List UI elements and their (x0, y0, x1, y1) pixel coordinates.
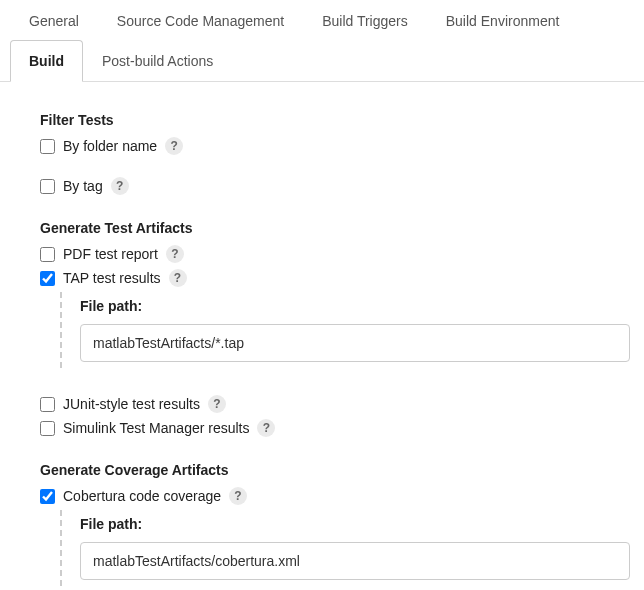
cobertura-file-path-label: File path: (80, 516, 634, 532)
junit-results-checkbox[interactable] (40, 397, 55, 412)
by-tag-checkbox[interactable] (40, 179, 55, 194)
filter-tests-heading: Filter Tests (40, 112, 634, 128)
generate-coverage-artifacts-heading: Generate Coverage Artifacts (40, 462, 634, 478)
pdf-report-label[interactable]: PDF test report (63, 246, 158, 262)
help-icon[interactable]: ? (166, 245, 184, 263)
cobertura-code-checkbox[interactable] (40, 489, 55, 504)
simulink-results-row: Simulink Test Manager results ? (40, 416, 634, 440)
tab-scm[interactable]: Source Code Management (98, 0, 303, 41)
help-icon[interactable]: ? (111, 177, 129, 195)
generate-test-artifacts-heading: Generate Test Artifacts (40, 220, 634, 236)
tab-triggers[interactable]: Build Triggers (303, 0, 427, 41)
tap-file-path-input[interactable] (80, 324, 630, 362)
cobertura-file-path-group: File path: (60, 510, 634, 586)
help-icon[interactable]: ? (229, 487, 247, 505)
simulink-results-checkbox[interactable] (40, 421, 55, 436)
tap-results-row: TAP test results ? (40, 266, 634, 290)
junit-results-row: JUnit-style test results ? (40, 392, 634, 416)
help-icon[interactable]: ? (208, 395, 226, 413)
by-folder-checkbox[interactable] (40, 139, 55, 154)
tap-file-path-label: File path: (80, 298, 634, 314)
tap-file-path-group: File path: (60, 292, 634, 368)
tab-general[interactable]: General (10, 0, 98, 41)
cobertura-code-label[interactable]: Cobertura code coverage (63, 488, 221, 504)
by-folder-label[interactable]: By folder name (63, 138, 157, 154)
tab-bar: General Source Code Management Build Tri… (0, 0, 644, 82)
tab-env[interactable]: Build Environment (427, 0, 579, 41)
tab-post[interactable]: Post-build Actions (83, 40, 232, 82)
cobertura-code-row: Cobertura code coverage ? (40, 484, 634, 508)
by-folder-row: By folder name ? (40, 134, 634, 158)
by-tag-label[interactable]: By tag (63, 178, 103, 194)
pdf-report-checkbox[interactable] (40, 247, 55, 262)
help-icon[interactable]: ? (165, 137, 183, 155)
build-config-panel: Filter Tests By folder name ? By tag ? G… (0, 82, 644, 590)
help-icon[interactable]: ? (257, 419, 275, 437)
tab-build[interactable]: Build (10, 40, 83, 82)
simulink-results-label[interactable]: Simulink Test Manager results (63, 420, 249, 436)
junit-results-label[interactable]: JUnit-style test results (63, 396, 200, 412)
by-tag-row: By tag ? (40, 174, 634, 198)
pdf-report-row: PDF test report ? (40, 242, 634, 266)
tap-results-checkbox[interactable] (40, 271, 55, 286)
cobertura-file-path-input[interactable] (80, 542, 630, 580)
help-icon[interactable]: ? (169, 269, 187, 287)
tap-results-label[interactable]: TAP test results (63, 270, 161, 286)
